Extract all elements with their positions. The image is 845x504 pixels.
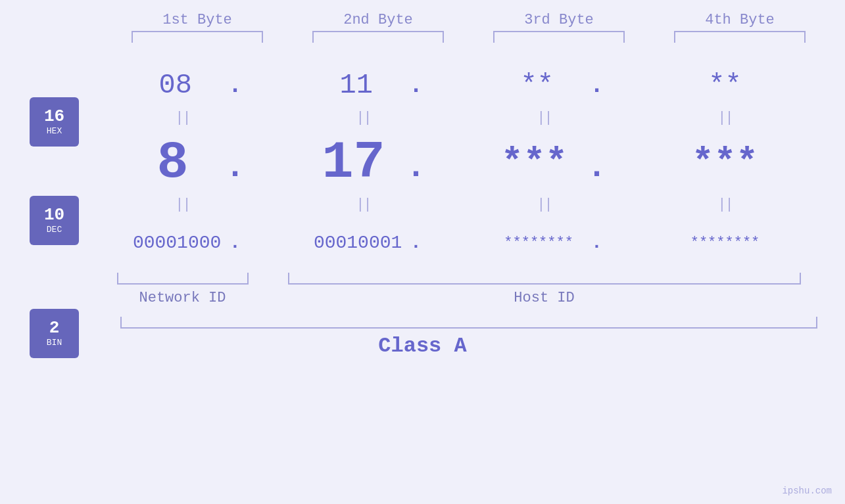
dec-val-4: *** <box>673 141 778 183</box>
hex-cell-3: ** . <box>454 70 635 101</box>
bracket-4 <box>650 31 831 43</box>
bin-cell-3: ******** . <box>454 233 635 253</box>
byte-header-4: 4th Byte <box>650 12 831 28</box>
bin-val-1: 00001000 <box>124 233 229 253</box>
class-bracket <box>120 317 817 329</box>
dec-dot-2: . <box>406 149 425 186</box>
bin-badge-num: 2 <box>49 319 60 336</box>
hex-val-4: ** <box>673 70 778 101</box>
network-id-label: Network ID <box>92 290 273 306</box>
bottom-brackets-row <box>0 273 845 285</box>
bin-badge: 2 BIN <box>30 309 79 358</box>
bin-dot-1: . <box>229 233 241 253</box>
eq2-3: || <box>454 196 635 213</box>
dec-badge-label: DEC <box>47 225 62 235</box>
bin-cell-4: ******** <box>635 235 815 251</box>
bin-val-3: ******** <box>486 235 591 251</box>
dec-cell-1: 8 . <box>92 133 273 193</box>
hex-badge-label: HEX <box>47 126 62 136</box>
dec-row: 8 . 17 . *** . *** <box>0 129 845 195</box>
eq1-4: || <box>635 110 815 126</box>
bin-cell-2: 00010001 . <box>273 233 454 253</box>
eq2-1: || <box>92 196 273 213</box>
main-container: 1st Byte 2nd Byte 3rd Byte 4th Byte 16 H… <box>0 0 845 504</box>
dec-val-3: *** <box>481 141 587 183</box>
hex-cell-1: 08 . <box>92 70 273 101</box>
byte-header-3: 3rd Byte <box>469 12 650 28</box>
class-label-row: Class A <box>0 334 845 358</box>
equals-row-1: || || || || <box>0 108 845 127</box>
host-bracket-wrap <box>273 273 815 285</box>
network-bracket <box>117 273 249 285</box>
bin-row: 00001000 . 00010001 . ******** . *******… <box>0 216 845 269</box>
byte-header-1: 1st Byte <box>107 12 288 28</box>
hex-badge: 16 HEX <box>30 97 79 147</box>
host-bracket <box>288 273 801 285</box>
hex-dot-2: . <box>409 72 423 99</box>
eq1-1: || <box>92 110 273 126</box>
id-labels-row: Network ID Host ID <box>0 290 845 306</box>
top-brackets-row <box>0 31 845 43</box>
host-id-label: Host ID <box>273 290 815 306</box>
eq1-2: || <box>273 110 454 126</box>
bracket-2 <box>288 31 469 43</box>
bin-dot-3: . <box>591 233 602 253</box>
dec-cell-2: 17 . <box>273 133 454 193</box>
equals-row-2: || || || || <box>0 195 845 214</box>
bracket-1 <box>107 31 288 43</box>
class-label: Class A <box>378 334 466 358</box>
eq2-2: || <box>273 196 454 213</box>
hex-dot-1: . <box>228 72 243 99</box>
watermark: ipshu.com <box>782 486 832 496</box>
hex-val-1: 08 <box>123 70 228 101</box>
dec-cell-4: *** <box>635 141 815 183</box>
dec-dot-3: . <box>587 149 606 186</box>
dec-val-2: 17 <box>301 133 406 193</box>
eq2-4: || <box>635 196 815 213</box>
hex-row: 08 . 11 . ** . ** <box>0 62 845 108</box>
byte-header-2: 2nd Byte <box>288 12 469 28</box>
bin-dot-2: . <box>410 233 422 253</box>
bracket-3 <box>469 31 650 43</box>
dec-val-1: 8 <box>120 133 225 193</box>
dec-badge: 10 DEC <box>30 196 79 245</box>
bin-cell-1: 00001000 . <box>92 233 273 253</box>
eq1-3: || <box>454 110 635 126</box>
hex-badge-num: 16 <box>44 108 64 125</box>
hex-val-3: ** <box>485 70 590 101</box>
dec-cell-3: *** . <box>454 141 635 183</box>
hex-cell-4: ** <box>635 70 815 101</box>
bin-badge-label: BIN <box>47 338 62 348</box>
hex-cell-2: 11 . <box>273 70 454 101</box>
bin-val-4: ******** <box>673 235 778 251</box>
byte-headers-row: 1st Byte 2nd Byte 3rd Byte 4th Byte <box>0 12 845 28</box>
network-bracket-wrap <box>92 273 273 285</box>
hex-val-2: 11 <box>304 70 409 101</box>
dec-dot-1: . <box>225 149 245 186</box>
hex-dot-3: . <box>590 72 604 99</box>
dec-badge-num: 10 <box>44 206 64 223</box>
bin-val-2: 00010001 <box>305 233 410 253</box>
